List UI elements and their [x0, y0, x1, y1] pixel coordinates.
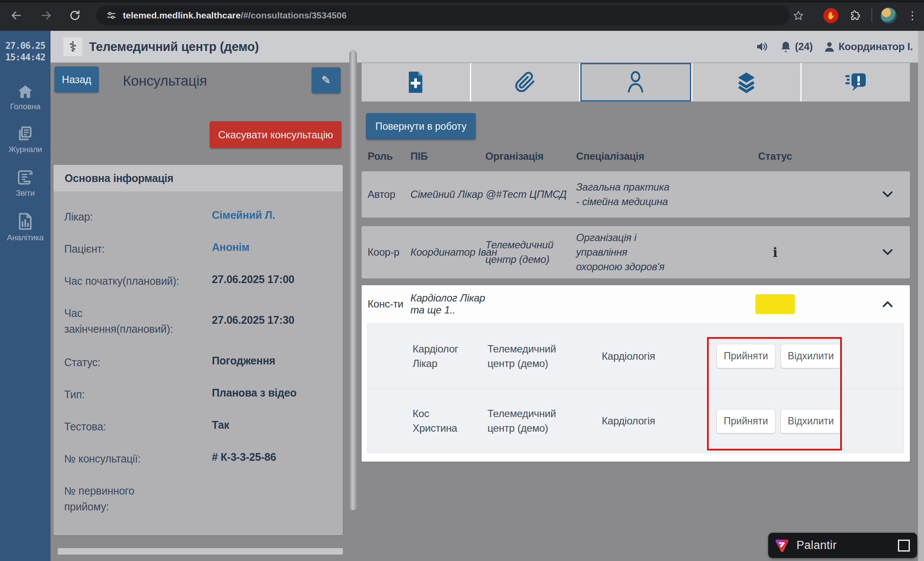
- sidebar-clock: 27.06.25 15:44:42: [0, 40, 51, 63]
- participant-row-author[interactable]: Автор Сімейний Лікар @#Тест ЦПМСД Загаль…: [362, 171, 910, 218]
- cell-spec: Кардіологія: [602, 349, 716, 364]
- app-header: ⚕ Телемедичний центр (демо) (24) Координ…: [51, 31, 924, 63]
- browser-profile-avatar[interactable]: [881, 8, 897, 24]
- sidebar-item-label: Аналітика: [0, 233, 51, 242]
- cell-role: Коор-р: [368, 246, 410, 258]
- tab-layers[interactable]: [692, 63, 801, 101]
- browser-back-button[interactable]: [8, 7, 25, 24]
- annotation-highlight-box: [707, 337, 842, 451]
- sidebar: 27.06.25 15:44:42 Головна Журнали Звіти …: [0, 31, 51, 561]
- header-actions: (24) Координатор І.: [755, 31, 913, 63]
- bookmark-star-button[interactable]: [790, 7, 807, 24]
- col-org: Організація: [485, 150, 576, 162]
- sidebar-item-analytics[interactable]: Аналітика: [0, 212, 51, 242]
- cell-name: Кардіолог Лікар: [413, 342, 472, 371]
- cell-name: Сімейний Лікар @#Тест ЦПМСД: [410, 188, 485, 200]
- user-icon: [824, 41, 835, 52]
- field-patient: Пацієнт: Анонім: [64, 241, 338, 257]
- notification-count: (24): [795, 41, 813, 53]
- app-root: telemed.medlink.healthcare/#/consultatio…: [0, 0, 924, 561]
- speaker-icon[interactable]: [755, 41, 769, 53]
- user-menu[interactable]: Координатор І.: [824, 41, 913, 53]
- field-value: # К-3-3-25-86: [212, 451, 276, 463]
- tab-medical-record[interactable]: [362, 63, 470, 101]
- browser-forward-button[interactable]: [38, 7, 55, 24]
- pencil-icon: ✎: [321, 74, 331, 87]
- cell-role: Автор: [368, 188, 410, 200]
- kebab-menu-icon: ⋮: [907, 9, 918, 22]
- field-label: Час закінчення(плановий):: [64, 305, 172, 337]
- notifications[interactable]: (24): [780, 41, 813, 53]
- detail-tabs: [362, 63, 910, 101]
- palantir-label: Palantir: [796, 539, 837, 552]
- cell-name: Кардіолог Лікар та ще 1..: [410, 292, 485, 316]
- puzzle-icon: [849, 9, 861, 21]
- person-icon: [624, 70, 647, 95]
- adblock-extension-button[interactable]: ✋: [823, 8, 838, 23]
- url-bar[interactable]: telemed.medlink.healthcare/#/consultatio…: [96, 6, 790, 25]
- cell-spec: Організація і управління охороною здоров…: [576, 230, 670, 274]
- field-value-link[interactable]: Анонім: [212, 241, 250, 254]
- edit-button[interactable]: ✎: [312, 67, 341, 93]
- palantir-logo-icon: [773, 537, 790, 554]
- tab-participants[interactable]: [580, 63, 691, 101]
- field-value: 27.06.2025 17:00: [212, 273, 294, 286]
- home-icon: [17, 84, 34, 99]
- palantir-widget[interactable]: Palantir: [768, 533, 917, 558]
- reload-icon: [69, 9, 81, 21]
- field-value: Так: [212, 419, 229, 431]
- caduceus-logo-icon: ⚕: [63, 37, 82, 56]
- tab-attachments[interactable]: [471, 63, 579, 101]
- field-label: Тип:: [64, 387, 213, 403]
- expand-chevron[interactable]: [865, 191, 910, 198]
- tab-chat-alerts[interactable]: [802, 63, 910, 101]
- back-button[interactable]: Назад: [54, 66, 99, 93]
- page-scrollbar[interactable]: [918, 31, 924, 561]
- cell-status: i: [685, 245, 865, 260]
- cell-org: Телемедичний центр (демо): [485, 238, 575, 267]
- extensions-button[interactable]: [847, 7, 864, 24]
- left-panel-scrollbar[interactable]: [349, 51, 357, 510]
- return-to-work-button[interactable]: Повернути в роботу: [366, 113, 476, 140]
- maximize-icon[interactable]: [898, 540, 910, 552]
- sidebar-item-home[interactable]: Головна: [0, 84, 51, 111]
- field-label: № первинного прийому:: [64, 483, 160, 515]
- col-role: Роль: [368, 150, 410, 162]
- participants-table-header: Роль ПІБ Організація Спеціалізація Стату…: [362, 148, 910, 165]
- field-label: Статус:: [64, 355, 213, 370]
- info-icon[interactable]: i: [772, 245, 777, 260]
- expand-chevron[interactable]: [865, 248, 910, 256]
- sidebar-item-journals[interactable]: Журнали: [0, 126, 51, 154]
- chevron-up-icon: [882, 300, 893, 308]
- sidebar-item-label: Журнали: [0, 145, 51, 154]
- chevron-down-icon: [882, 191, 893, 198]
- sidebar-item-reports[interactable]: Звіти: [0, 169, 51, 198]
- cell-org: Телемедичний центр (демо): [487, 342, 577, 371]
- user-name: Координатор І.: [838, 41, 913, 53]
- browser-reload-button[interactable]: [66, 7, 83, 24]
- site-settings-icon[interactable]: [106, 10, 117, 21]
- field-label: Тестова:: [64, 419, 213, 435]
- next-section-stub[interactable]: [58, 548, 343, 555]
- journals-icon: [17, 126, 34, 142]
- collapse-chevron[interactable]: [865, 300, 910, 308]
- field-value: Погодження: [212, 355, 275, 367]
- field-value: Планова з відео: [212, 387, 297, 399]
- page-title: Консультація: [123, 73, 207, 89]
- participant-row-coordinator[interactable]: Коор-р Координатор Іван Телемедичний цен…: [362, 226, 910, 278]
- main-info-card-header[interactable]: Основна інформація: [53, 165, 343, 191]
- back-arrow-icon: [10, 9, 22, 21]
- app-title: Телемедичний центр (демо): [89, 40, 259, 54]
- cancel-consultation-button[interactable]: Скасувати консультацію: [210, 121, 342, 148]
- paperclip-icon: [514, 70, 536, 94]
- field-value-link[interactable]: Сімейний Л.: [212, 209, 275, 221]
- cell-name: Кос Христина: [413, 406, 472, 436]
- consultants-summary-row[interactable]: Конс-ти Кардіолог Лікар та ще 1..: [362, 285, 910, 323]
- cell-org: Телемедичний центр (демо): [487, 406, 577, 436]
- bell-icon: [780, 41, 791, 53]
- browser-chrome: telemed.medlink.healthcare/#/consultatio…: [0, 0, 924, 31]
- browser-menu-button[interactable]: ⋮: [904, 7, 921, 24]
- url-domain: telemed.medlink.healthcare: [123, 10, 241, 20]
- field-label: Лікар:: [64, 209, 213, 225]
- url-text[interactable]: telemed.medlink.healthcare/#/consultatio…: [123, 10, 347, 21]
